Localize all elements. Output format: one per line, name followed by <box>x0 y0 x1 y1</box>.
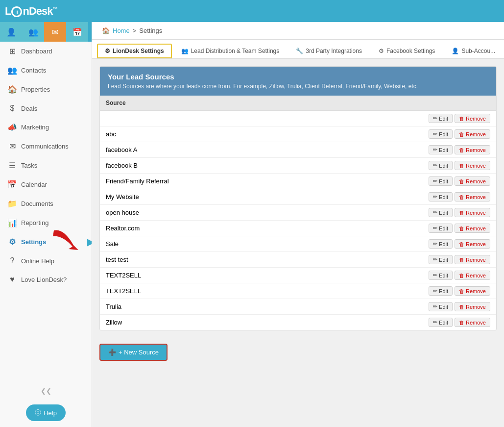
tab-3rd-party[interactable]: 🔧 3rd Party Integrations <box>288 44 369 58</box>
table-row: Friend/Family Referral ✏ Edit 🗑 Remove <box>100 174 496 189</box>
remove-button[interactable]: 🗑 Remove <box>455 286 490 296</box>
sidebar: 👤 👥 ✉ 📅 ⊞ Dashboard 👥 Contacts 🏠 Propert… <box>0 22 92 427</box>
source-actions: ✏ Edit 🗑 Remove <box>423 126 496 142</box>
tab-team-label: Lead Distribution & Team Settings <box>191 48 280 54</box>
edit-button[interactable]: ✏ Edit <box>429 192 453 201</box>
edit-button[interactable]: ✏ Edit <box>429 208 453 217</box>
tab-facebook[interactable]: ⚙ Facebook Settings <box>371 44 442 58</box>
new-source-plus-icon: ➕ <box>108 349 116 356</box>
remove-button[interactable]: 🗑 Remove <box>455 192 490 201</box>
source-actions: ✏ Edit 🗑 Remove <box>423 158 496 174</box>
edit-icon: ✏ <box>433 147 437 153</box>
tab-3rdparty-label: 3rd Party Integrations <box>306 48 362 54</box>
source-name: Trulia <box>100 299 423 315</box>
remove-button[interactable]: 🗑 Remove <box>455 239 490 249</box>
remove-icon: 🗑 <box>459 273 464 278</box>
sidebar-item-contacts[interactable]: 👥 Contacts <box>0 61 92 80</box>
sidebar-item-documents[interactable]: 📁 Documents <box>0 194 92 213</box>
remove-button[interactable]: 🗑 Remove <box>455 318 490 327</box>
remove-button[interactable]: 🗑 Remove <box>455 129 490 139</box>
edit-icon: ✏ <box>433 303 437 310</box>
remove-button[interactable]: 🗑 Remove <box>455 114 490 123</box>
edit-button[interactable]: ✏ Edit <box>429 145 453 154</box>
content-area: 🏠 Home > Settings ⚙ LionDesk Settings 👥 … <box>92 22 504 427</box>
table-row: test test ✏ Edit 🗑 Remove <box>100 252 496 268</box>
documents-icon: 📁 <box>7 199 17 208</box>
people-icon-btn[interactable]: 👥 <box>22 22 44 42</box>
sidebar-item-deals[interactable]: $ Deals <box>0 99 92 118</box>
edit-label: Edit <box>439 210 448 216</box>
edit-button[interactable]: ✏ Edit <box>429 239 453 249</box>
source-name: Realtor.com <box>100 221 423 236</box>
sidebar-label-calendar: Calendar <box>21 181 47 188</box>
calendar-icon-btn[interactable]: 📅 <box>66 22 88 42</box>
collapse-icon: ❮❮ <box>41 387 51 395</box>
remove-label: Remove <box>466 178 486 184</box>
sidebar-item-properties[interactable]: 🏠 Properties <box>0 80 92 99</box>
edit-button[interactable]: ✏ Edit <box>429 286 453 296</box>
sidebar-item-settings[interactable]: ⚙ Settings ▶ <box>0 232 92 251</box>
sidebar-item-tasks[interactable]: ☰ Tasks <box>0 156 92 175</box>
source-name: Friend/Family Referral <box>100 174 423 189</box>
new-source-button[interactable]: ➕ + New Source <box>99 344 168 361</box>
remove-button[interactable]: 🗑 Remove <box>455 255 490 264</box>
remove-button[interactable]: 🗑 Remove <box>455 145 490 154</box>
remove-label: Remove <box>466 304 486 310</box>
remove-button[interactable]: 🗑 Remove <box>455 271 490 280</box>
remove-label: Remove <box>466 116 486 122</box>
sidebar-item-love[interactable]: ♥ Love LionDesk? <box>0 270 92 289</box>
remove-button[interactable]: 🗑 Remove <box>455 161 490 170</box>
sidebar-item-online-help[interactable]: ? Online Help <box>0 251 92 270</box>
sidebar-item-dashboard[interactable]: ⊞ Dashboard <box>0 42 92 61</box>
properties-icon: 🏠 <box>7 85 17 94</box>
remove-button[interactable]: 🗑 Remove <box>455 224 490 233</box>
remove-button[interactable]: 🗑 Remove <box>455 176 490 186</box>
edit-button[interactable]: ✏ Edit <box>429 271 453 280</box>
table-row: Trulia ✏ Edit 🗑 Remove <box>100 299 496 315</box>
remove-icon: 🗑 <box>459 178 464 184</box>
email-icon-btn[interactable]: ✉ <box>44 22 66 42</box>
edit-button[interactable]: ✏ Edit <box>429 161 453 170</box>
edit-button[interactable]: ✏ Edit <box>429 255 453 264</box>
source-name: Zillow <box>100 315 423 330</box>
edit-button[interactable]: ✏ Edit <box>429 176 453 186</box>
sidebar-item-marketing[interactable]: 📣 Marketing <box>0 118 92 137</box>
edit-button[interactable]: ✏ Edit <box>429 114 453 123</box>
source-actions: ✏ Edit 🗑 Remove <box>423 142 496 158</box>
sidebar-collapse-btn[interactable]: ❮❮ <box>0 383 92 399</box>
remove-label: Remove <box>466 210 486 216</box>
remove-label: Remove <box>466 320 486 326</box>
top-header: LinDesk™ <box>0 0 504 22</box>
help-button[interactable]: ⓪ Help <box>26 404 66 421</box>
breadcrumb-separator: > <box>133 27 137 34</box>
tab-team-settings[interactable]: 👥 Lead Distribution & Team Settings <box>174 44 287 58</box>
sidebar-item-communications[interactable]: ✉ Communications <box>0 137 92 156</box>
breadcrumb-home[interactable]: Home <box>113 27 130 34</box>
remove-icon: 🗑 <box>459 288 464 294</box>
edit-button[interactable]: ✏ Edit <box>429 129 453 139</box>
edit-icon: ✏ <box>433 225 437 231</box>
communications-icon: ✉ <box>7 142 17 151</box>
sidebar-label-marketing: Marketing <box>21 124 49 131</box>
tab-subaccount[interactable]: 👤 Sub-Accou... <box>444 44 503 58</box>
remove-button[interactable]: 🗑 Remove <box>455 208 490 217</box>
help-circle-icon: ⓪ <box>35 408 41 417</box>
table-row: ✏ Edit 🗑 Remove <box>100 111 496 126</box>
breadcrumb: 🏠 Home > Settings <box>92 22 504 40</box>
sidebar-item-reporting[interactable]: 📊 Reporting <box>0 213 92 232</box>
contacts-icon: 👥 <box>7 66 17 75</box>
sidebar-item-calendar[interactable]: 📅 Calendar <box>0 175 92 194</box>
edit-icon: ✏ <box>433 256 437 263</box>
edit-button[interactable]: ✏ Edit <box>429 302 453 311</box>
edit-button[interactable]: ✏ Edit <box>429 318 453 327</box>
edit-button[interactable]: ✏ Edit <box>429 224 453 233</box>
online-help-icon: ? <box>7 256 17 265</box>
edit-icon: ✏ <box>433 209 437 216</box>
sidebar-bottom: ❮❮ ⓪ Help <box>0 383 92 427</box>
tab-liondesk-settings[interactable]: ⚙ LionDesk Settings <box>97 44 172 58</box>
remove-icon: 🗑 <box>459 304 464 310</box>
user-icon-btn[interactable]: 👤 <box>0 22 22 42</box>
table-row: abc ✏ Edit 🗑 Remove <box>100 126 496 142</box>
remove-button[interactable]: 🗑 Remove <box>455 302 490 311</box>
edit-label: Edit <box>439 178 448 184</box>
